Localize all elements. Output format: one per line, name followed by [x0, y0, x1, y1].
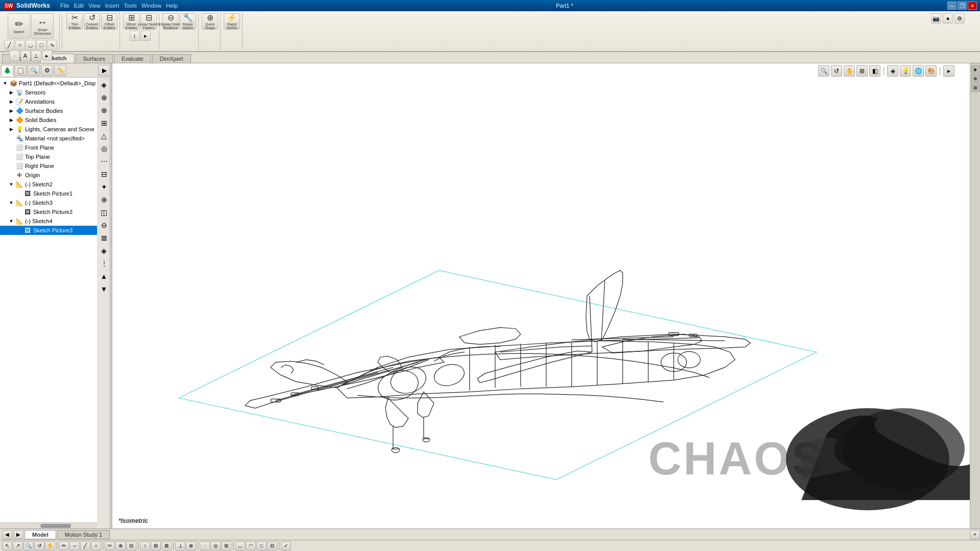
expand-sketch3[interactable]: ▼ — [8, 200, 14, 206]
tree-sketch-pic2[interactable]: 🖼 Sketch Picture2 — [0, 207, 98, 217]
bottom-tab-motion[interactable]: Motion Study 1 — [57, 530, 110, 539]
btm-rect-btn[interactable]: □ — [256, 541, 267, 550]
titlebar-menus[interactable]: File Edit View Insert Tools Window Help — [60, 3, 178, 9]
left-icon-7[interactable]: ⋯ — [98, 155, 110, 167]
tree-sketch4[interactable]: ▼ 📐 (-) Sketch4 — [0, 217, 98, 226]
btm-circle-btn[interactable]: ○ — [91, 541, 101, 550]
left-icon-14[interactable]: ◈ — [98, 245, 110, 257]
offset-entities-button[interactable]: ⊟ OffsetEntities — [101, 13, 117, 30]
tree-front-plane[interactable]: ⬜ Front Plane — [0, 143, 98, 152]
more-view-btn[interactable]: ▸ — [943, 65, 954, 77]
expand-lights[interactable]: ▶ — [8, 126, 14, 132]
sidebar-expand-btn[interactable]: ▶ — [98, 65, 110, 76]
move-entities-btn[interactable]: ↕ — [130, 31, 140, 41]
bottom-tab-model[interactable]: Model — [25, 530, 56, 539]
section-view-btn[interactable]: ◧ — [869, 65, 880, 77]
lights-btn[interactable]: 💡 — [900, 65, 911, 77]
convert-entities-button[interactable]: ↺ ConvertEntities — [84, 13, 100, 30]
left-icon-1[interactable]: ◈ — [98, 79, 110, 91]
expand-right[interactable] — [8, 163, 14, 169]
left-icon-15[interactable]: ⋮ — [98, 257, 110, 270]
circle-btn[interactable]: ○ — [15, 40, 25, 50]
smart-dimension-button[interactable]: ↔ SmartDimension — [31, 13, 54, 39]
left-icon-9[interactable]: ✦ — [98, 181, 110, 193]
right-icon-2[interactable]: ⊕ — [971, 75, 979, 83]
btm-fix-btn[interactable]: ⊗ — [186, 541, 196, 550]
close-button[interactable]: ✕ — [968, 2, 977, 10]
left-icon-11[interactable]: ◫ — [98, 206, 110, 219]
linear-pattern-button[interactable]: ⊟ Linear SketchPattern — [140, 13, 157, 30]
appearance-btn[interactable]: 🎨 — [925, 65, 937, 77]
btm-snap-btn[interactable]: ◎ — [210, 541, 221, 550]
sketch-button[interactable]: ✏ Sketch — [8, 13, 30, 39]
tree-top-plane[interactable]: ⬜ Top Plane — [0, 152, 98, 161]
left-icon-4[interactable]: ⊞ — [98, 117, 110, 129]
btm-slot-btn[interactable]: ⊟ — [267, 541, 277, 550]
btm-sketch-btn[interactable]: ✏ — [59, 541, 69, 550]
tree-origin[interactable]: ✛ Origin — [0, 171, 98, 180]
btm-rotate-btn[interactable]: ↺ — [34, 541, 44, 550]
tree-right-plane[interactable]: ⬜ Right Plane — [0, 161, 98, 171]
left-icon-2[interactable]: ⊕ — [98, 91, 110, 104]
record-btn[interactable]: ● — [943, 13, 953, 23]
pan-btn[interactable]: ✋ — [844, 65, 855, 77]
btm-mirror-btn[interactable]: ⊠ — [161, 541, 172, 550]
minimize-button[interactable]: — — [947, 2, 957, 10]
add-tab-btn[interactable]: + — [970, 530, 980, 539]
btm-trim-btn[interactable]: ✂ — [105, 541, 115, 550]
right-icon-1[interactable]: ◈ — [971, 65, 979, 74]
tab-evaluate[interactable]: Evaluate — [114, 54, 151, 63]
mirror-entities-button[interactable]: ⊞ MirrorEntities — [123, 13, 139, 30]
trim-entities-button[interactable]: ✂ TrimEntities — [66, 13, 83, 30]
rapid-sketch-button[interactable]: ⚡ RapidSketch — [224, 13, 240, 30]
left-icon-16[interactable]: ▲ — [98, 270, 110, 282]
btm-move-btn[interactable]: ↕ — [140, 541, 150, 550]
btm-select-btn[interactable]: ↗ — [13, 541, 23, 550]
tab-surfaces[interactable]: Surfaces — [76, 54, 113, 63]
expand-top[interactable] — [8, 154, 14, 160]
btm-pan-btn[interactable]: ✋ — [45, 541, 55, 550]
expand-sketch2[interactable]: ▼ — [8, 181, 14, 187]
rotate-btn[interactable]: ↺ — [831, 65, 842, 77]
btm-dim-btn[interactable]: ↔ — [69, 541, 80, 550]
sidebar-tab-measure[interactable]: 📏 — [54, 65, 66, 76]
tree-part1[interactable]: ▼ 📦 Part1 (Default<<Default>_Disp — [0, 79, 98, 88]
view-orient-btn[interactable]: ⊞ — [856, 65, 868, 77]
tree-sketch-pic1[interactable]: 🖼 Sketch Picture1 — [0, 189, 98, 198]
expand-sketch4[interactable]: ▼ — [8, 218, 14, 224]
camera-btn[interactable]: 📷 — [931, 13, 941, 23]
expand-part1[interactable]: ▼ — [2, 80, 8, 86]
expand-solid[interactable]: ▶ — [8, 117, 14, 123]
expand-skpic3[interactable] — [16, 227, 22, 233]
tree-lights[interactable]: ▶ 💡 Lights, Cameras and Scene — [0, 125, 98, 134]
tree-annotations[interactable]: ▶ 📝 Annotations — [0, 97, 98, 106]
zoom-btn[interactable]: 🔍 — [818, 65, 829, 77]
relation-btn[interactable]: ⊥ — [31, 51, 41, 61]
scene-btn[interactable]: 🌐 — [913, 65, 924, 77]
rect-btn[interactable]: □ — [36, 40, 46, 50]
tree-sensors[interactable]: ▶ 📡 Sensors — [0, 88, 98, 97]
scroll-right-btn[interactable]: ▶ — [13, 530, 23, 539]
left-icon-12[interactable]: ⊖ — [98, 219, 110, 231]
restore-button[interactable]: ❐ — [958, 2, 967, 10]
tree-material[interactable]: 🔩 Material <not specified> — [0, 134, 98, 143]
sidebar-tab-tree[interactable]: 🌲 — [1, 65, 13, 76]
left-icon-8[interactable]: ⊟ — [98, 168, 110, 180]
text-btn[interactable]: A — [20, 51, 31, 61]
expand-material[interactable] — [8, 135, 14, 141]
tree-solid-bodies[interactable]: ▶ 🔶 Solid Bodies — [0, 115, 98, 125]
btm-arrow-btn[interactable]: ↖ — [2, 541, 12, 550]
expand-annotations[interactable]: ▶ — [8, 99, 14, 105]
window-controls[interactable]: — ❐ ✕ — [947, 2, 977, 10]
btm-point-btn[interactable]: · — [200, 541, 210, 550]
expand-skpic1[interactable] — [16, 190, 22, 197]
scroll-left-btn[interactable]: ◀ — [2, 530, 12, 539]
btm-arc1-btn[interactable]: ◡ — [235, 541, 245, 550]
tree-surface-bodies[interactable]: ▶ 🔷 Surface Bodies — [0, 106, 98, 115]
btm-offset-btn[interactable]: ⊟ — [126, 541, 136, 550]
expand-surface[interactable]: ▶ — [8, 108, 14, 114]
sidebar-tab-search[interactable]: 🔍 — [28, 65, 40, 76]
more-btn[interactable]: ▸ — [42, 51, 52, 61]
left-icon-10[interactable]: ⊕ — [98, 194, 110, 206]
line-btn[interactable]: ╱ — [4, 40, 14, 50]
